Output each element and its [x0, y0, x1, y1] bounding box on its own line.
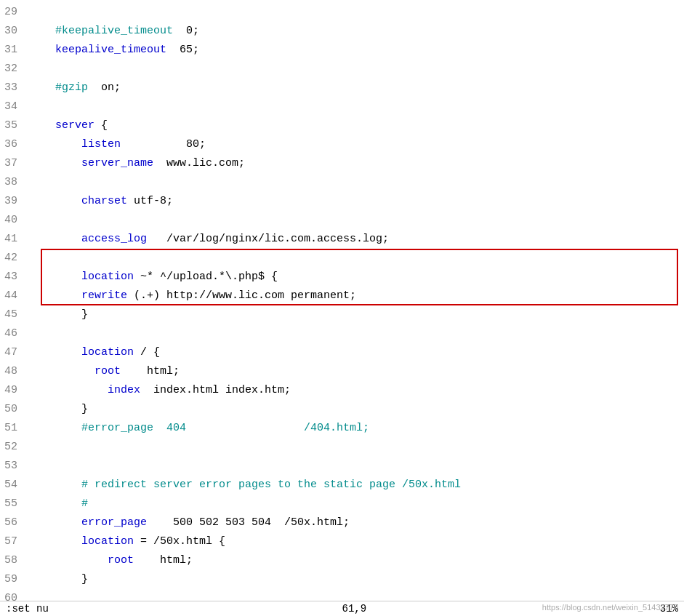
- line-content: location = /50x.html {: [29, 532, 684, 551]
- code-line: 59 }: [0, 570, 684, 589]
- line-content: [29, 173, 684, 192]
- line-number: 30: [0, 22, 29, 41]
- line-content: error_page 500 502 503 504 /50x.html;: [29, 513, 684, 532]
- code-line: 46: [0, 324, 684, 343]
- code-line: 40: [0, 211, 684, 230]
- line-number: 29: [0, 3, 29, 22]
- line-number: 51: [0, 419, 29, 438]
- line-content: }: [29, 570, 684, 589]
- line-content: [29, 60, 684, 79]
- code-line: 29: [0, 3, 684, 22]
- code-line: 38: [0, 173, 684, 192]
- line-number: 47: [0, 343, 29, 362]
- code-line: 37 server_name www.lic.com;: [0, 154, 684, 173]
- line-number: 57: [0, 532, 29, 551]
- line-content: [29, 3, 684, 22]
- line-content: [29, 249, 684, 268]
- code-line: 48 root html;: [0, 362, 684, 381]
- line-content: location ~* ^/upload.*\.php$ {: [29, 268, 684, 287]
- line-content: root html;: [29, 362, 684, 381]
- line-content: location / {: [29, 343, 684, 362]
- line-number: 37: [0, 154, 29, 173]
- line-content: listen 80;: [29, 135, 684, 154]
- line-content: keepalive_timeout 65;: [29, 41, 684, 60]
- line-number: 54: [0, 476, 29, 495]
- code-line: 54 # redirect server error pages to the …: [0, 476, 684, 495]
- line-content: [29, 457, 684, 476]
- line-content: server_name www.lic.com;: [29, 154, 684, 173]
- line-number: 40: [0, 211, 29, 230]
- line-content: [29, 97, 684, 116]
- line-number: 46: [0, 324, 29, 343]
- line-content: rewrite (.+) http://www.lic.com permanen…: [29, 287, 684, 305]
- code-line: 52: [0, 438, 684, 457]
- code-line: 41 access_log /var/log/nginx/lic.com.acc…: [0, 230, 684, 249]
- line-number: 33: [0, 79, 29, 97]
- line-content: #error_page 404 /404.html;: [29, 419, 684, 438]
- line-content: [29, 438, 684, 457]
- line-number: 35: [0, 116, 29, 135]
- code-line: 36 listen 80;: [0, 135, 684, 154]
- code-line: 57 location = /50x.html {: [0, 532, 684, 551]
- line-content: # redirect server error pages to the sta…: [29, 476, 684, 495]
- line-number: 31: [0, 41, 29, 60]
- line-number: 45: [0, 305, 29, 324]
- line-number: 41: [0, 230, 29, 249]
- code-line: 31 keepalive_timeout 65;: [0, 41, 684, 60]
- code-line: 43 location ~* ^/upload.*\.php$ {: [0, 268, 684, 287]
- line-content: [29, 211, 684, 230]
- line-number: 59: [0, 570, 29, 589]
- code-line: 45 }: [0, 305, 684, 324]
- code-line: 49 index index.html index.htm;: [0, 381, 684, 400]
- code-line: 32: [0, 60, 684, 79]
- line-number: 36: [0, 135, 29, 154]
- watermark: https://blog.csdn.net/weixin_51432770: [542, 603, 678, 612]
- code-editor: 29 30 #keepalive_timeout 0;31 keepalive_…: [0, 0, 684, 616]
- line-number: 52: [0, 438, 29, 457]
- code-line: 42: [0, 249, 684, 268]
- code-line: 35 server {: [0, 116, 684, 135]
- line-content: server {: [29, 116, 684, 135]
- code-line: 30 #keepalive_timeout 0;: [0, 22, 684, 41]
- line-number: 42: [0, 249, 29, 268]
- line-content: #keepalive_timeout 0;: [29, 22, 684, 41]
- code-line: 58 root html;: [0, 551, 684, 570]
- status-left: :set nu: [6, 603, 49, 615]
- line-number: 32: [0, 60, 29, 79]
- code-line: 56 error_page 500 502 503 504 /50x.html;: [0, 513, 684, 532]
- code-line: 55 #: [0, 495, 684, 513]
- line-number: 43: [0, 268, 29, 287]
- status-center: 61,9: [342, 603, 366, 615]
- code-line: 34: [0, 97, 684, 116]
- line-content: root html;: [29, 551, 684, 570]
- line-number: 53: [0, 457, 29, 476]
- line-number: 38: [0, 173, 29, 192]
- line-number: 55: [0, 495, 29, 513]
- code-line: 50 }: [0, 400, 684, 419]
- line-content: }: [29, 400, 684, 419]
- code-line: 44 rewrite (.+) http://www.lic.com perma…: [0, 287, 684, 305]
- line-content: [29, 324, 684, 343]
- line-content: charset utf-8;: [29, 192, 684, 211]
- code-line: 51 #error_page 404 /404.html;: [0, 419, 684, 438]
- code-line: 33 #gzip on;: [0, 79, 684, 97]
- line-content: access_log /var/log/nginx/lic.com.access…: [29, 230, 684, 249]
- line-number: 44: [0, 287, 29, 305]
- code-line: 53: [0, 457, 684, 476]
- line-number: 49: [0, 381, 29, 400]
- line-content: #gzip on;: [29, 79, 684, 97]
- line-number: 34: [0, 97, 29, 116]
- code-line: 39 charset utf-8;: [0, 192, 684, 211]
- line-number: 56: [0, 513, 29, 532]
- line-content: #: [29, 495, 684, 513]
- line-number: 58: [0, 551, 29, 570]
- line-content: }: [29, 305, 684, 324]
- line-number: 48: [0, 362, 29, 381]
- line-number: 50: [0, 400, 29, 419]
- line-content: index index.html index.htm;: [29, 381, 684, 400]
- code-line: 47 location / {: [0, 343, 684, 362]
- line-number: 39: [0, 192, 29, 211]
